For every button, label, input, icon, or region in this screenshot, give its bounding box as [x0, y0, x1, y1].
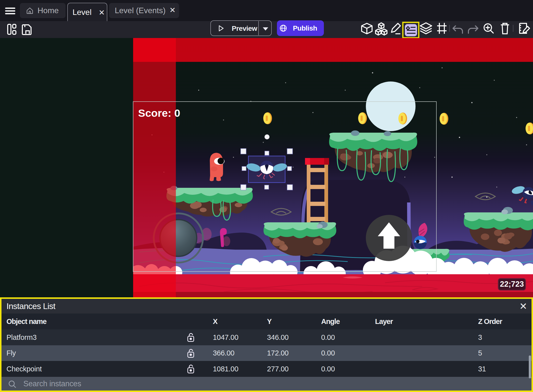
svg-text:Score: 0: Score: 0 — [138, 107, 180, 119]
svg-text:22;723: 22;723 — [500, 280, 524, 288]
